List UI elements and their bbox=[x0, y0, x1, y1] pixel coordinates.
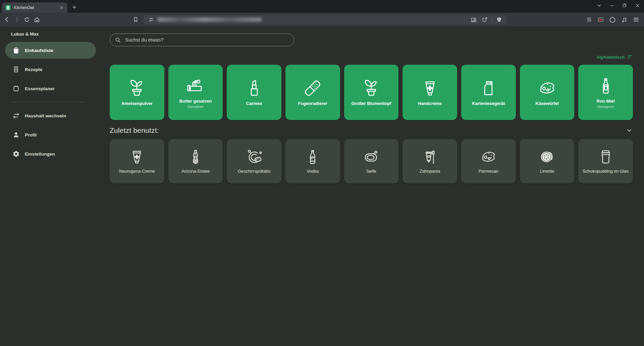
menu-hamburger-icon[interactable] bbox=[632, 16, 640, 24]
shopping-bag-icon bbox=[12, 47, 20, 54]
item-label: Parmesan bbox=[479, 169, 498, 174]
sidebar-item-einkaufsliste[interactable]: Einkaufsliste bbox=[5, 42, 96, 59]
item-card[interactable]: Vodka bbox=[285, 139, 340, 183]
item-card[interactable]: Ron MielHonigrum bbox=[578, 65, 633, 120]
sidebar-item-label: Einkaufsliste bbox=[25, 48, 53, 53]
calendar-icon bbox=[12, 85, 20, 92]
extension-waves-icon[interactable] bbox=[585, 16, 593, 24]
item-card[interactable]: Butter gesalzenGesalzen bbox=[168, 65, 223, 120]
address-bar-divider bbox=[492, 17, 492, 23]
sidebar-item-rezepte[interactable]: Rezepte bbox=[5, 61, 96, 78]
search-bar[interactable] bbox=[110, 34, 294, 46]
home-button[interactable] bbox=[33, 16, 41, 24]
bottle-icon bbox=[596, 76, 615, 96]
new-tab-button[interactable] bbox=[70, 3, 78, 11]
tab-close-icon[interactable] bbox=[59, 5, 65, 11]
bookmark-icon[interactable] bbox=[131, 16, 140, 24]
item-card[interactable]: Ameisenpulver bbox=[110, 65, 164, 120]
item-label: Seife bbox=[366, 169, 376, 174]
jar-icon bbox=[597, 148, 614, 166]
item-label: Geschirrspültabs bbox=[238, 169, 271, 174]
item-card[interactable]: Zahnpasta bbox=[402, 139, 457, 183]
browser-tab[interactable]: KitchenOwl bbox=[2, 2, 67, 13]
search-icon bbox=[115, 37, 121, 43]
maximize-restore-button[interactable] bbox=[621, 1, 629, 9]
address-bar[interactable] bbox=[144, 15, 506, 25]
item-card[interactable]: Neurogena Creme bbox=[110, 139, 164, 183]
item-card[interactable]: Käsewürfel bbox=[520, 65, 575, 120]
sidebar-secondary-nav: Haushalt wechselnProfilEinstellungen bbox=[0, 107, 105, 162]
sidebar: Lukas & Max EinkaufslisteRezepteEssenspl… bbox=[0, 27, 105, 346]
sidebar-item-einstellungen[interactable]: Einstellungen bbox=[5, 146, 96, 162]
dish-sponge-icon bbox=[246, 148, 263, 166]
close-button[interactable] bbox=[633, 1, 641, 9]
item-subtitle: Gesalzen bbox=[187, 105, 204, 109]
reload-button[interactable] bbox=[23, 16, 31, 24]
address-bar-url-redacted[interactable] bbox=[158, 17, 262, 22]
sidebar-primary-nav: EinkaufslisteRezepteEssensplaner bbox=[0, 42, 105, 97]
plant-pot-icon bbox=[362, 78, 381, 98]
cola-bottle-icon bbox=[187, 148, 204, 166]
sort-label: Alphabetisch bbox=[596, 55, 625, 60]
item-subtitle: Honigrum bbox=[597, 105, 614, 109]
receipt-icon bbox=[12, 66, 20, 73]
sd-card-icon bbox=[479, 78, 498, 98]
gear-icon bbox=[12, 150, 20, 158]
item-label: Arizona Eistee bbox=[181, 169, 210, 174]
send-to-device-icon[interactable] bbox=[470, 16, 478, 24]
sidebar-item-label: Rezepte bbox=[25, 67, 42, 72]
sidebar-item-haushalt-wechseln[interactable]: Haushalt wechseln bbox=[5, 107, 96, 124]
item-label: Ron Miel bbox=[597, 99, 615, 104]
sort-icon bbox=[627, 54, 633, 60]
cream-tube-icon bbox=[128, 148, 146, 166]
sort-button[interactable]: Alphabetisch bbox=[110, 54, 633, 60]
sidebar-item-label: Einstellungen bbox=[25, 152, 55, 157]
item-card[interactable]: Seife bbox=[344, 139, 399, 183]
tab-search-chevron-icon[interactable] bbox=[595, 1, 603, 9]
browser-toolbar bbox=[0, 13, 644, 27]
cheese-icon bbox=[537, 78, 557, 98]
item-card[interactable]: Kartenlesegerät bbox=[461, 65, 516, 120]
extensions-puzzle-icon[interactable] bbox=[608, 16, 616, 24]
item-card[interactable]: Limette bbox=[520, 139, 575, 183]
minimize-button[interactable] bbox=[608, 1, 616, 9]
item-card[interactable]: Handcreme bbox=[402, 65, 457, 120]
item-card[interactable]: Großer Blumentopf bbox=[344, 65, 399, 120]
soap-icon bbox=[363, 148, 380, 166]
person-icon bbox=[12, 131, 20, 138]
collapse-chevron-icon[interactable] bbox=[626, 127, 633, 134]
item-label: Vodka bbox=[307, 169, 319, 174]
sidebar-item-label: Essensplaner bbox=[25, 86, 55, 91]
item-card[interactable]: Arizona Eistee bbox=[168, 139, 223, 183]
forward-button[interactable] bbox=[13, 16, 21, 24]
recent-items-grid: Neurogena CremeArizona EisteeGeschirrspü… bbox=[110, 139, 633, 183]
household-name: Lukas & Max bbox=[11, 32, 105, 37]
sidebar-item-label: Profil bbox=[25, 132, 37, 137]
item-card[interactable]: Geschirrspültabs bbox=[227, 139, 281, 183]
cheese-icon bbox=[480, 148, 497, 166]
item-card[interactable]: Schokopudding im Glas bbox=[578, 139, 633, 183]
sidebar-item-essensplaner[interactable]: Essensplaner bbox=[5, 80, 96, 97]
item-label: Carmex bbox=[246, 101, 262, 106]
item-label: Neurogena Creme bbox=[119, 169, 155, 174]
brave-shield-icon[interactable] bbox=[495, 16, 503, 24]
tune-icon[interactable] bbox=[147, 16, 155, 24]
vodka-bottle-icon bbox=[304, 148, 321, 166]
share-icon[interactable] bbox=[481, 16, 489, 24]
item-card[interactable]: Parmesan bbox=[461, 139, 516, 183]
back-button[interactable] bbox=[3, 16, 11, 24]
main-content: Alphabetisch AmeisenpulverButter gesalze… bbox=[105, 27, 644, 346]
item-card[interactable]: Carmex bbox=[227, 65, 281, 120]
music-note-icon[interactable] bbox=[620, 16, 628, 24]
tab-title: KitchenOwl bbox=[14, 5, 56, 10]
sidebar-item-profil[interactable]: Profil bbox=[5, 126, 96, 143]
lime-icon bbox=[538, 148, 556, 166]
extension-recorder-icon[interactable] bbox=[597, 16, 605, 24]
recent-section-header: Zuletzt benutzt: bbox=[110, 126, 633, 134]
toothpaste-icon bbox=[421, 148, 439, 166]
search-input[interactable] bbox=[125, 37, 289, 43]
item-label: Fugenradierer bbox=[298, 101, 327, 106]
item-card[interactable]: Fugenradierer bbox=[285, 65, 340, 120]
item-label: Kartenlesegerät bbox=[472, 101, 505, 106]
item-label: Handcreme bbox=[418, 101, 442, 106]
